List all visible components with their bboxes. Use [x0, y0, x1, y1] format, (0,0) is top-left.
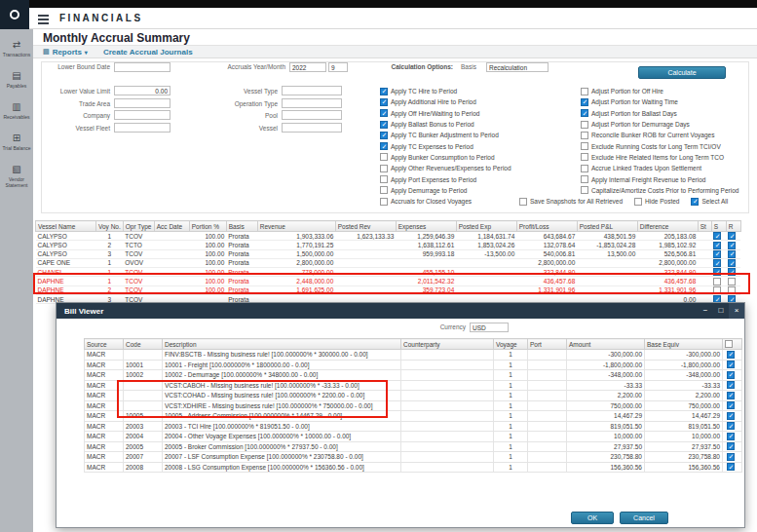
checkbox-exclude-running-costs-for-long-term-tci-ov[interactable]: Exclude Running Costs for Long Term TCI/…: [581, 140, 738, 151]
list-item[interactable]: MACR2000820008 - LSG Consumption Expense…: [85, 462, 742, 473]
checkbox-box[interactable]: [380, 198, 388, 206]
checkbox-box[interactable]: [581, 165, 588, 172]
checkbox-apply-tc-bunker-adjustment-to-period[interactable]: Apply TC Bunker Adjustment to Period: [380, 130, 511, 140]
table-row[interactable]: CALYPSO1TCOV100.00Prorata1,903,333.061,6…: [36, 232, 741, 241]
accruals-year-input[interactable]: [289, 62, 326, 72]
list-item[interactable]: MACR2000520005 - Broker Commission [100.…: [85, 441, 742, 452]
checkbox-select-all[interactable]: Select All: [691, 196, 728, 207]
checkbox-box[interactable]: [380, 121, 388, 129]
checkbox-box[interactable]: [380, 98, 388, 106]
checkbox-box[interactable]: [380, 165, 388, 172]
checkbox-box[interactable]: [380, 109, 388, 117]
accruals-month-input[interactable]: [328, 62, 348, 72]
checkbox-capitalize-amortize-costs-prior-to-performing-period[interactable]: Capitalize/Amortize Costs Prior to Perfo…: [581, 185, 738, 196]
checkbox-apply-other-revenues-expenses-to-period[interactable]: Apply Other Revenues/Expenses to Period: [380, 163, 511, 173]
checkbox-box[interactable]: [380, 132, 388, 139]
lower-bound-date-input[interactable]: [114, 62, 170, 72]
checkbox-box[interactable]: [581, 132, 588, 139]
dialog-titlebar[interactable]: Bill Viewer − □ ×: [57, 303, 744, 319]
pool-input[interactable]: [282, 110, 342, 120]
table-row[interactable]: CAPE ONE1OVOV100.00Prorata2,800,000.002,…: [36, 258, 741, 267]
checkbox-apply-tc-expenses-to-period[interactable]: Apply TC Expenses to Period: [380, 140, 511, 151]
list-item[interactable]: MACR2000720007 - LSF Consumption Expense…: [85, 452, 742, 463]
currency-input[interactable]: [470, 323, 509, 332]
sidebar-item-vendor-statement[interactable]: ▧Vendor Statement: [0, 164, 33, 188]
checkbox-box[interactable]: [581, 142, 588, 150]
checkbox-accruals-for-closed-voyages[interactable]: Accruals for Closed Voyages: [380, 196, 511, 207]
row-checkbox[interactable]: [727, 442, 735, 450]
r-checkbox[interactable]: [728, 278, 736, 285]
s-checkbox[interactable]: [713, 242, 721, 249]
row-checkbox[interactable]: [727, 381, 735, 389]
table-row[interactable]: CALYPSO2TCTO100.00Prorata1,770,191.251,6…: [36, 241, 741, 249]
table-row[interactable]: CHANEL1TCOV100.00Prorata778,000.00455,15…: [36, 268, 741, 277]
reports-menu[interactable]: ▤ Reports ▾: [43, 48, 88, 57]
checkbox-hide-posted[interactable]: Hide Posted: [634, 196, 679, 207]
s-checkbox[interactable]: [713, 278, 721, 285]
r-checkbox[interactable]: [728, 286, 736, 294]
table-row[interactable]: DAPHNE2TCOV100.00Prorata1,691,625.00359,…: [36, 285, 741, 294]
select-all-checkbox[interactable]: [725, 340, 733, 348]
sidebar-item-trial-balance[interactable]: ⊞Trial Balance: [0, 133, 33, 151]
lower-value-limit-input[interactable]: [114, 86, 170, 95]
row-checkbox[interactable]: [727, 412, 735, 420]
r-checkbox[interactable]: [728, 242, 736, 249]
trade-area-input[interactable]: [114, 98, 170, 108]
checkbox-apply-ballast-bonus-to-period[interactable]: Apply Ballast Bonus to Period: [380, 119, 511, 130]
list-item[interactable]: MACRVCST:CABOH - Missing business rule! …: [85, 380, 742, 391]
list-item[interactable]: MACR2000320003 - TCI Hire [100.000000% *…: [85, 421, 742, 432]
checkbox-box[interactable]: [380, 88, 388, 95]
company-input[interactable]: [114, 110, 170, 120]
s-checkbox[interactable]: [713, 250, 721, 258]
list-item[interactable]: MACR1000510005 - Address Commission [100…: [85, 411, 742, 422]
row-checkbox[interactable]: [727, 361, 735, 368]
sidebar-item-transactions[interactable]: ⇄Transactions: [0, 39, 33, 57]
r-checkbox[interactable]: [728, 259, 736, 267]
r-checkbox[interactable]: [728, 250, 736, 258]
checkbox-box[interactable]: [691, 198, 699, 206]
table-row[interactable]: CALYPSO3TCOV100.00Prorata1,500,000.00959…: [36, 249, 741, 258]
checkbox-box[interactable]: [581, 98, 588, 106]
sidebar-item-receivables[interactable]: ▥Receivables: [0, 101, 33, 120]
checkbox-adjust-portion-for-off-hire[interactable]: Adjust Portion for Off Hire: [581, 86, 738, 96]
list-item[interactable]: MACRVCST:XDHIRE - Missing business rule!…: [85, 400, 742, 411]
s-checkbox[interactable]: [713, 268, 721, 276]
table-row[interactable]: DAPHNE1TCOV100.00Prorata2,448,000.002,01…: [36, 277, 741, 285]
checkbox-adjust-portion-for-demurrage-days[interactable]: Adjust Portion for Demurrage Days: [581, 119, 738, 130]
checkbox-box[interactable]: [380, 142, 388, 150]
row-checkbox[interactable]: [727, 433, 735, 440]
row-checkbox[interactable]: [727, 422, 735, 430]
row-checkbox[interactable]: [727, 392, 735, 399]
checkbox-box[interactable]: [581, 175, 588, 183]
checkbox-box[interactable]: [581, 121, 588, 129]
s-checkbox[interactable]: [713, 259, 721, 267]
vessel-fleet-input[interactable]: [114, 123, 170, 133]
checkbox-save-snapshots-for-all-retrieved[interactable]: Save Snapshots for All Retrieved: [519, 196, 623, 207]
basis-input[interactable]: [486, 62, 549, 72]
checkbox-apply-tc-hire-to-period[interactable]: Apply TC Hire to Period: [380, 86, 511, 96]
checkbox-apply-internal-freight-revenue-to-period[interactable]: Apply Internal Freight Revenue to Period: [581, 173, 738, 184]
checkbox-apply-additional-hire-to-period[interactable]: Apply Additional Hire to Period: [380, 96, 511, 107]
list-item[interactable]: MACR1000110001 - Freight [100.000000% * …: [85, 360, 742, 370]
checkbox-box[interactable]: [581, 186, 588, 194]
row-checkbox[interactable]: [727, 371, 735, 379]
vessel-type-input[interactable]: [282, 86, 342, 95]
checkbox-box[interactable]: [634, 198, 642, 206]
checkbox-box[interactable]: [380, 175, 388, 183]
row-checkbox[interactable]: [727, 463, 735, 471]
checkbox-reconcile-bunker-rob-for-current-voyages[interactable]: Reconcile Bunker ROB for Current Voyages: [581, 130, 738, 140]
row-checkbox[interactable]: [727, 351, 735, 359]
checkbox-box[interactable]: [380, 153, 388, 161]
sidebar-item-payables[interactable]: ▤Payables: [0, 70, 33, 89]
vessel-input[interactable]: [282, 123, 342, 133]
list-item[interactable]: MACR1000210002 - Demurrage [100.000000% …: [85, 370, 742, 381]
r-checkbox[interactable]: [728, 268, 736, 276]
menu-icon[interactable]: [38, 15, 49, 26]
cancel-button[interactable]: Cancel: [620, 512, 668, 524]
operation-type-input[interactable]: [282, 98, 342, 108]
close-icon[interactable]: ×: [729, 303, 744, 319]
checkbox-adjust-portion-for-waiting-time[interactable]: Adjust Portion for Waiting Time: [581, 96, 738, 107]
list-item[interactable]: MACRFINV:BSCTB - Missing business rule! …: [85, 350, 742, 361]
app-logo[interactable]: [0, 0, 29, 29]
create-accrual-journals-link[interactable]: Create Accrual Journals: [103, 48, 193, 57]
